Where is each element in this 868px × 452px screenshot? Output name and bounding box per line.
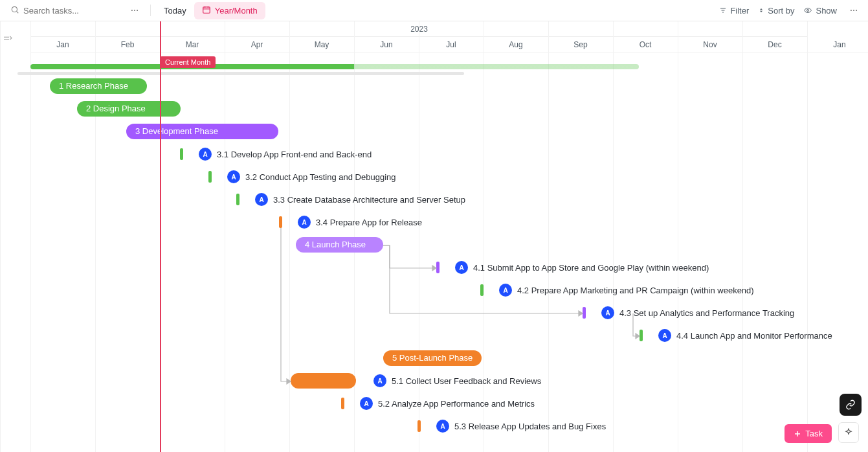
task-label: 4.1 Submit App to App Store and Google P… — [473, 263, 709, 273]
month-cell: Nov — [678, 37, 742, 52]
svg-rect-5 — [203, 6, 210, 12]
task-label: 5.1 Collect User Feedback and Reviews — [392, 376, 541, 386]
task-label: 3.3 Create Database Architecture and Ser… — [273, 195, 465, 205]
assignee-avatar[interactable]: A — [455, 261, 468, 274]
assignee-avatar[interactable]: A — [373, 374, 386, 387]
task-bar[interactable] — [417, 420, 421, 432]
task-row[interactable]: A4.2 Prepare App Marketing and PR Campai… — [499, 281, 754, 299]
assignee-avatar[interactable]: A — [601, 306, 614, 319]
phase-bar[interactable]: 3 Development Phase — [126, 124, 278, 139]
task-row[interactable]: A4.3 Set up Analytics and Performance Tr… — [601, 304, 794, 322]
toolbar-right: Filter Sort by Show — [719, 3, 862, 18]
task-label: 3.1 Develop App Front-end and Back-end — [217, 150, 372, 159]
month-cell: Apr — [225, 37, 289, 52]
assignee-avatar[interactable]: A — [436, 420, 449, 433]
svg-point-12 — [807, 10, 809, 12]
sort-label: Sort by — [768, 6, 794, 16]
months-row: JanFebMarAprMayJunJulAugSepOctNovDecJan — [30, 37, 868, 52]
today-button[interactable]: Today — [159, 3, 192, 18]
month-cell: Aug — [484, 37, 548, 52]
new-task-button[interactable]: Task — [785, 424, 832, 443]
assignee-avatar[interactable]: A — [255, 193, 268, 206]
month-cell: Mar — [160, 37, 225, 52]
search-icon — [10, 5, 19, 16]
view-mode-label: Year/Month — [215, 6, 258, 16]
show-label: Show — [816, 6, 837, 16]
chart-area[interactable]: Current Month1 Research Phase2 Design Ph… — [30, 52, 868, 452]
task-bar[interactable] — [180, 148, 183, 160]
task-row[interactable]: A5.2 Analyze App Performance and Metrics — [360, 394, 535, 412]
task-label: 3.2 Conduct App Testing and Debugging — [245, 172, 396, 182]
task-row[interactable]: A4.4 Launch App and Monitor Performance — [658, 326, 832, 345]
month-cell: May — [289, 37, 354, 52]
month-cell: Oct — [613, 37, 678, 52]
current-month-line — [160, 21, 161, 452]
task-label: 3.4 Prepare App for Release — [316, 218, 422, 227]
month-cell: Jul — [419, 37, 484, 52]
task-label: 4.4 Launch App and Monitor Performance — [676, 331, 832, 341]
new-task-label: Task — [805, 429, 823, 438]
task-row[interactable]: A4.1 Submit App to App Store and Google … — [455, 258, 709, 277]
svg-point-13 — [851, 10, 852, 11]
filter-label: Filter — [730, 6, 749, 16]
task-bar[interactable] — [480, 284, 484, 296]
task-bar[interactable] — [341, 398, 344, 409]
task-label: 4.3 Set up Analytics and Performance Tra… — [619, 308, 794, 318]
task-bar[interactable] — [436, 262, 440, 273]
month-cell: Feb — [95, 37, 160, 52]
project-summary-bar[interactable] — [30, 64, 639, 69]
svg-point-14 — [853, 10, 854, 11]
svg-point-3 — [134, 10, 135, 11]
current-month-label: Current Month — [160, 56, 216, 68]
svg-line-1 — [17, 11, 19, 13]
more-options-icon[interactable] — [846, 3, 862, 18]
year-label: 2023 — [410, 25, 428, 34]
calendar-icon — [202, 5, 211, 16]
search-wrap — [6, 5, 124, 16]
phase-bar[interactable]: 2 Design Phase — [77, 101, 181, 117]
assignee-avatar[interactable]: A — [298, 216, 311, 229]
ai-button[interactable] — [838, 422, 859, 443]
month-cell: Jan — [30, 37, 95, 52]
task-row[interactable]: A5.3 Release App Updates and Bug Fixes — [436, 417, 606, 435]
svg-point-2 — [131, 10, 133, 11]
task-bar[interactable] — [236, 194, 239, 205]
assignee-avatar[interactable]: A — [199, 148, 212, 161]
assignee-avatar[interactable]: A — [360, 397, 373, 410]
month-cell: Dec — [742, 37, 807, 52]
assignee-avatar[interactable]: A — [227, 170, 240, 183]
sort-button[interactable]: Sort by — [758, 6, 794, 16]
task-row[interactable]: A3.1 Develop App Front-end and Back-end — [199, 145, 372, 163]
task-row[interactable]: A3.4 Prepare App for Release — [298, 213, 422, 231]
phase-bar[interactable]: 5 Post-Launch Phase — [383, 350, 482, 366]
timeline: 2023 JanFebMarAprMayJunJulAugSepOctNovDe… — [0, 21, 868, 452]
year-row: 2023 — [30, 21, 807, 37]
assignee-avatar[interactable]: A — [658, 329, 671, 342]
filter-button[interactable]: Filter — [719, 6, 749, 16]
svg-point-15 — [856, 10, 857, 11]
task-bar[interactable] — [279, 216, 282, 228]
task-bar[interactable] — [583, 307, 586, 319]
search-input[interactable] — [23, 6, 120, 16]
link-widget[interactable] — [840, 394, 862, 416]
task-row[interactable]: A3.3 Create Database Architecture and Se… — [255, 190, 465, 209]
phase-bar[interactable]: 4 Launch Phase — [296, 237, 383, 253]
task-row[interactable]: A5.1 Collect User Feedback and Reviews — [373, 372, 541, 390]
divider — [150, 5, 151, 16]
task-label: 5.2 Analyze App Performance and Metrics — [378, 399, 535, 409]
svg-point-4 — [137, 10, 138, 11]
phase-bar[interactable]: 1 Research Phase — [50, 78, 147, 94]
task-label: 5.3 Release App Updates and Bug Fixes — [454, 422, 606, 431]
assignee-avatar[interactable]: A — [499, 284, 512, 297]
task-label: 4.2 Prepare App Marketing and PR Campaig… — [517, 286, 754, 295]
show-button[interactable]: Show — [803, 6, 837, 16]
task-bar[interactable] — [640, 330, 643, 341]
task-bar[interactable] — [208, 171, 212, 183]
month-cell: Sep — [548, 37, 613, 52]
task-bar[interactable] — [291, 373, 356, 389]
svg-point-0 — [12, 6, 17, 12]
task-row[interactable]: A3.2 Conduct App Testing and Debugging — [227, 168, 396, 186]
toolbar: Today Year/Month Filter Sort by Show — [0, 0, 868, 21]
view-mode-pill[interactable]: Year/Month — [194, 2, 265, 19]
more-menu-icon[interactable] — [127, 3, 142, 18]
